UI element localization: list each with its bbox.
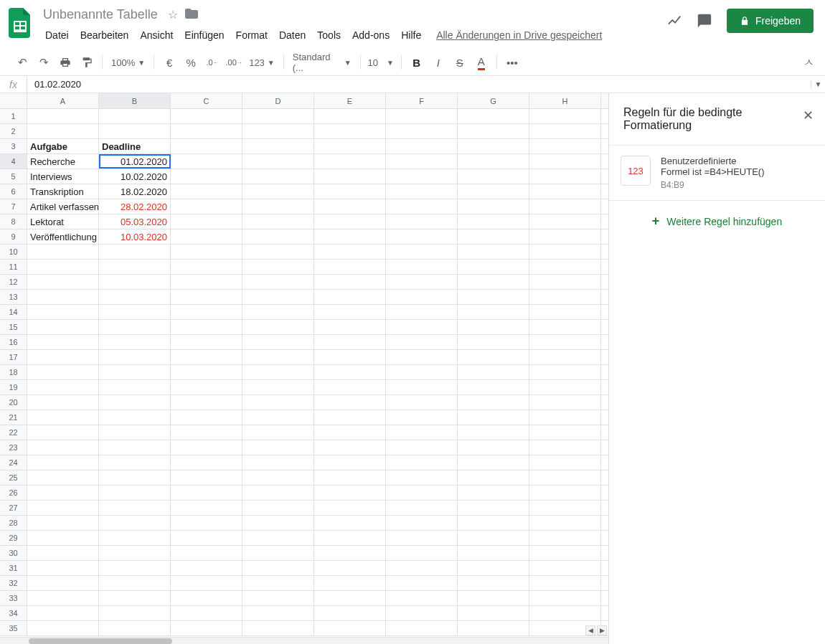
cell-D26[interactable]	[242, 486, 314, 500]
cell-C3[interactable]	[171, 139, 242, 153]
cell-H23[interactable]	[529, 440, 601, 455]
cell-D10[interactable]	[242, 245, 314, 259]
row-header[interactable]: 13	[0, 290, 27, 304]
cell-G32[interactable]	[458, 576, 529, 590]
cell-F9[interactable]	[386, 229, 458, 244]
cell-B1[interactable]	[99, 109, 171, 123]
bold-button[interactable]: B	[407, 53, 426, 72]
format-rule-item[interactable]: 123 Benutzerdefinierte Formel ist =B4>HE…	[609, 146, 825, 201]
strikethrough-button[interactable]: S	[451, 53, 469, 72]
cell-H9[interactable]	[529, 229, 601, 244]
cell-E28[interactable]	[314, 516, 386, 530]
cell-E23[interactable]	[314, 440, 386, 455]
text-color-button[interactable]: A	[472, 53, 491, 72]
cell-H29[interactable]	[529, 531, 601, 545]
row-header[interactable]: 8	[0, 214, 27, 229]
move-folder-icon[interactable]	[185, 7, 198, 22]
cell-E33[interactable]	[314, 591, 386, 605]
cell-F30[interactable]	[386, 546, 458, 560]
row-header[interactable]: 7	[0, 199, 27, 214]
cell-B8[interactable]: 05.03.2020	[99, 214, 171, 229]
column-header-C[interactable]: C	[171, 93, 242, 108]
column-header-A[interactable]: A	[27, 93, 99, 108]
paint-format-button[interactable]	[77, 53, 96, 72]
cell-B34[interactable]	[99, 606, 171, 620]
cell-E22[interactable]	[314, 425, 386, 440]
cell-F22[interactable]	[386, 425, 458, 440]
cell-D19[interactable]	[242, 380, 314, 394]
cell-G14[interactable]	[458, 305, 529, 319]
cell-B27[interactable]	[99, 501, 171, 515]
row-header[interactable]: 19	[0, 380, 27, 394]
cell-H14[interactable]	[529, 305, 601, 319]
cell-E30[interactable]	[314, 546, 386, 560]
explore-icon[interactable]	[666, 13, 682, 29]
row-header[interactable]: 25	[0, 470, 27, 485]
cell-A3[interactable]: Aufgabe	[27, 139, 99, 153]
cell-H2[interactable]	[529, 124, 601, 138]
cell-G12[interactable]	[458, 275, 529, 289]
cell-F20[interactable]	[386, 395, 458, 409]
cell-C6[interactable]	[171, 184, 242, 199]
cell-F28[interactable]	[386, 516, 458, 530]
cell-D15[interactable]	[242, 320, 314, 334]
cell-A6[interactable]: Transkription	[27, 184, 99, 199]
cell-B19[interactable]	[99, 380, 171, 394]
cell-A18[interactable]	[27, 365, 99, 379]
cell-D31[interactable]	[242, 561, 314, 575]
cell-A8[interactable]: Lektorat	[27, 214, 99, 229]
cell-H8[interactable]	[529, 214, 601, 229]
cell-D17[interactable]	[242, 350, 314, 364]
number-format-select[interactable]: 123▼	[246, 57, 278, 68]
cell-D33[interactable]	[242, 591, 314, 605]
row-header[interactable]: 1	[0, 109, 27, 123]
cell-E16[interactable]	[314, 335, 386, 349]
cell-F19[interactable]	[386, 380, 458, 394]
column-header-H[interactable]: H	[529, 93, 601, 108]
cell-D14[interactable]	[242, 305, 314, 319]
cell-A35[interactable]	[27, 621, 99, 635]
row-header[interactable]: 16	[0, 335, 27, 349]
cell-A23[interactable]	[27, 440, 99, 455]
cell-F24[interactable]	[386, 455, 458, 470]
cell-G29[interactable]	[458, 531, 529, 545]
menu-hilfe[interactable]: Hilfe	[396, 27, 426, 44]
cell-C8[interactable]	[171, 214, 242, 229]
row-header[interactable]: 29	[0, 531, 27, 545]
cell-G30[interactable]	[458, 546, 529, 560]
cell-F35[interactable]	[386, 621, 458, 635]
cell-B21[interactable]	[99, 410, 171, 425]
cell-A20[interactable]	[27, 395, 99, 409]
cell-F32[interactable]	[386, 576, 458, 590]
cell-D16[interactable]	[242, 335, 314, 349]
cell-E14[interactable]	[314, 305, 386, 319]
cell-G24[interactable]	[458, 455, 529, 470]
cell-C23[interactable]	[171, 440, 242, 455]
comments-icon[interactable]	[697, 13, 712, 29]
cell-D4[interactable]	[242, 154, 314, 169]
cell-G8[interactable]	[458, 214, 529, 229]
cell-E4[interactable]	[314, 154, 386, 169]
cell-G18[interactable]	[458, 365, 529, 379]
cell-F25[interactable]	[386, 470, 458, 485]
cell-H13[interactable]	[529, 290, 601, 304]
cell-D25[interactable]	[242, 470, 314, 485]
row-header[interactable]: 30	[0, 546, 27, 560]
cell-H21[interactable]	[529, 410, 601, 425]
cell-F16[interactable]	[386, 335, 458, 349]
cell-G20[interactable]	[458, 395, 529, 409]
cell-B24[interactable]	[99, 455, 171, 470]
cell-A10[interactable]	[27, 245, 99, 259]
cell-D7[interactable]	[242, 199, 314, 214]
font-size-select[interactable]: 10▼	[367, 57, 395, 68]
cell-G17[interactable]	[458, 350, 529, 364]
cell-A14[interactable]	[27, 305, 99, 319]
cell-A30[interactable]	[27, 546, 99, 560]
cell-E32[interactable]	[314, 576, 386, 590]
cell-G9[interactable]	[458, 229, 529, 244]
cell-F13[interactable]	[386, 290, 458, 304]
cell-G22[interactable]	[458, 425, 529, 440]
cell-F27[interactable]	[386, 501, 458, 515]
cell-D11[interactable]	[242, 260, 314, 274]
cell-H1[interactable]	[529, 109, 601, 123]
